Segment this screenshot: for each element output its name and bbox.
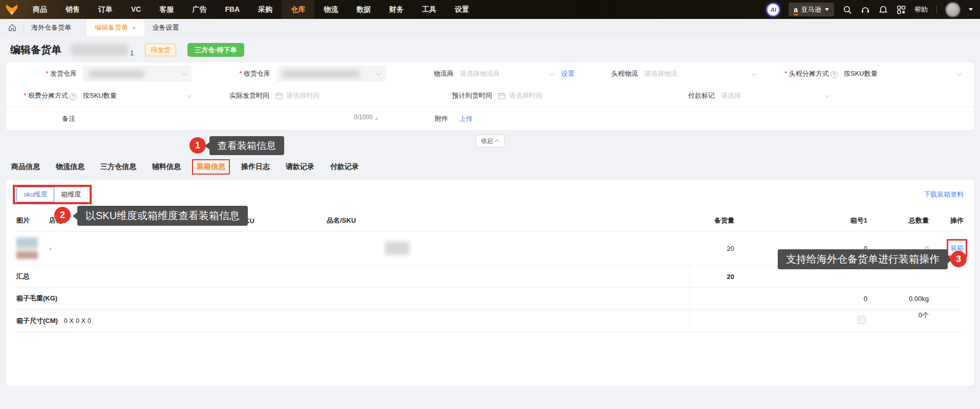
summary-stock-qty: 20 xyxy=(689,266,734,288)
first-leg-select[interactable]: 请选择物流 xyxy=(644,66,755,82)
box-weight-row: 箱子毛重(KG) 0 0.00kg xyxy=(16,288,964,310)
redacted-value xyxy=(89,70,144,78)
nav-item-data[interactable]: 数据 xyxy=(347,0,380,19)
nav-item-logistics[interactable]: 物流 xyxy=(314,0,347,19)
field-label: 收货仓库 xyxy=(201,69,276,78)
field-shipping-warehouse: 发货仓库 xyxy=(18,66,191,82)
nav-item-fba[interactable]: FBA xyxy=(216,0,249,19)
box-size-label: 箱子尺寸(CM) xyxy=(16,317,58,325)
col-header-total-qty: 总数量 xyxy=(867,210,929,231)
nav-item-products[interactable]: 商品 xyxy=(24,0,56,19)
home-icon[interactable] xyxy=(8,24,16,32)
question-circle-icon[interactable]: ? xyxy=(830,71,838,78)
apps-grid-icon[interactable] xyxy=(897,5,906,14)
tax-allocation-select[interactable]: 按SKU数量 xyxy=(83,88,190,104)
packing-table: 图片 店铺 FNSKU 品名/SKU 备货量 箱号1 总数量 操作 - 20 xyxy=(16,210,964,332)
headset-icon[interactable] xyxy=(861,5,870,14)
tab-packing-info[interactable]: 装箱信息 xyxy=(197,162,225,171)
top-nav: 商品 销售 订单 VC 客服 广告 FBA 采购 仓库 物流 数据 财务 工具 … xyxy=(0,0,980,19)
form-row-2: 税费分摊方式? 按SKU数量 实际发货时间 请选择时间 xyxy=(6,85,974,106)
packing-toolbar: sku维度 箱维度 下载装箱资料 xyxy=(16,187,964,202)
tab-operation-log[interactable]: 操作日志 xyxy=(241,162,270,171)
marketplace-selector[interactable]: a 亚马逊 xyxy=(789,3,834,16)
tab-bar-inner: 海外仓备货单 编辑备货单 × 业务设置 xyxy=(0,19,187,36)
field-receiving-warehouse: 收货仓库 xyxy=(201,66,386,82)
chevron-down-icon xyxy=(187,93,192,98)
actual-ship-time-picker[interactable]: 请选择时间 xyxy=(275,88,370,104)
nav-item-orders[interactable]: 订单 xyxy=(89,0,122,19)
field-actual-ship-time: 实际发货时间 请选择时间 xyxy=(201,88,370,104)
step-1-marker: 1 xyxy=(189,137,206,154)
step-2-marker: 2 xyxy=(54,207,71,223)
close-icon[interactable]: × xyxy=(132,24,136,32)
first-leg-allocation-select[interactable]: 按SKU数量 xyxy=(844,66,961,82)
field-payment-mark: 付款标记 请选择 xyxy=(659,88,828,104)
eta-time-picker[interactable]: 请选择时间 xyxy=(498,88,593,104)
box-weight-box1: 0 xyxy=(734,288,867,310)
nav-item-warehouse[interactable]: 仓库 xyxy=(282,0,314,19)
divider xyxy=(24,24,24,31)
tab-product-info[interactable]: 商品信息 xyxy=(11,162,40,171)
payment-mark-select[interactable]: 请选择 xyxy=(721,88,828,104)
tab-edit-stock-order[interactable]: 编辑备货单 × xyxy=(87,19,144,36)
cell-name-sku xyxy=(316,231,689,266)
user-menu-chevron-icon[interactable] xyxy=(969,8,973,11)
tab-payment-log[interactable]: 付款记录 xyxy=(330,162,359,171)
select-placeholder: 请选择物流 xyxy=(644,69,677,78)
box-size-total-cell: 0个 xyxy=(867,310,929,332)
tab-accessory-info[interactable]: 辅料信息 xyxy=(152,162,181,171)
field-label: 实际发货时间 xyxy=(201,91,275,100)
chevron-down-icon xyxy=(957,71,962,76)
box-weight-label: 箱子毛重(KG) xyxy=(16,288,689,310)
nav-item-sales[interactable]: 销售 xyxy=(56,0,89,19)
field-label: 头程物流 xyxy=(588,69,644,78)
col-header-box1: 箱号1 xyxy=(734,210,867,231)
upload-link[interactable]: 上传 xyxy=(459,114,473,123)
tab-third-party-info[interactable]: 三方仓信息 xyxy=(100,162,136,171)
tab-logistics-info[interactable]: 物流信息 xyxy=(56,162,84,171)
app-logo-icon[interactable] xyxy=(0,3,24,16)
resize-handle-icon[interactable] xyxy=(374,116,378,121)
nav-item-tools[interactable]: 工具 xyxy=(413,0,445,19)
col-header-name-sku: 品名/SKU xyxy=(316,210,689,231)
download-packing-data-link[interactable]: 下载装箱资料 xyxy=(924,190,964,199)
box-dimension-button[interactable]: 箱维度 xyxy=(54,187,88,202)
search-icon[interactable] xyxy=(843,5,852,14)
amazon-icon: a xyxy=(794,6,798,13)
col-header-stock-qty: 备货量 xyxy=(689,210,734,231)
top-nav-right: AI a 亚马逊 xyxy=(766,3,980,17)
nav-item-settings[interactable]: 设置 xyxy=(445,0,478,19)
cell-fnsku xyxy=(214,231,316,266)
nav-item-vc[interactable]: VC xyxy=(122,0,150,19)
ai-assistant-button[interactable]: AI xyxy=(766,3,780,16)
page-root: 商品 销售 订单 VC 客服 广告 FBA 采购 仓库 物流 数据 财务 工具 … xyxy=(0,0,980,409)
sku-dimension-button[interactable]: sku维度 xyxy=(16,187,54,202)
order-form-card: 发货仓库 收货仓库 物流商 请选择物流商 设置 头程物流 xyxy=(6,62,974,130)
user-avatar[interactable] xyxy=(946,3,960,17)
field-tax-allocation: 税费分摊方式? 按SKU数量 xyxy=(18,88,190,104)
tab-business-settings[interactable]: 业务设置 xyxy=(144,19,187,36)
step-3-marker: 3 xyxy=(950,251,967,267)
checkbox[interactable] xyxy=(858,316,866,324)
breadcrumb-overseas-stock-list[interactable]: 海外仓备货单 xyxy=(31,23,71,32)
nav-item-finance[interactable]: 财务 xyxy=(380,0,413,19)
question-circle-icon[interactable]: ? xyxy=(70,93,77,100)
logistics-provider-select[interactable]: 请选择物流商 xyxy=(460,66,553,82)
collapse-button[interactable]: 收起 xyxy=(476,135,505,147)
status-badge-pending-ship: 待发货 xyxy=(145,44,176,56)
nav-item-ads[interactable]: 广告 xyxy=(183,0,216,19)
receiving-warehouse-select[interactable] xyxy=(276,66,386,82)
help-link[interactable]: 帮助 xyxy=(914,5,928,14)
nav-item-purchase[interactable]: 采购 xyxy=(249,0,282,19)
nav-item-service[interactable]: 客服 xyxy=(150,0,183,19)
remark-textarea[interactable]: 0/1000 xyxy=(81,107,382,131)
tab-payment-request-log[interactable]: 请款记录 xyxy=(286,162,314,171)
detail-tabs: 商品信息 物流信息 三方仓信息 辅料信息 装箱信息 操作日志 请款记录 付款记录 xyxy=(11,160,969,174)
bell-icon[interactable] xyxy=(879,5,888,14)
product-image-redacted xyxy=(16,238,38,259)
chevron-down-icon xyxy=(549,71,555,76)
page-tab-bar: 海外仓备货单 编辑备货单 × 业务设置 xyxy=(0,19,980,36)
shipping-warehouse-select[interactable] xyxy=(83,66,191,82)
marketplace-label: 亚马逊 xyxy=(801,5,821,14)
logistics-settings-link[interactable]: 设置 xyxy=(561,69,574,78)
